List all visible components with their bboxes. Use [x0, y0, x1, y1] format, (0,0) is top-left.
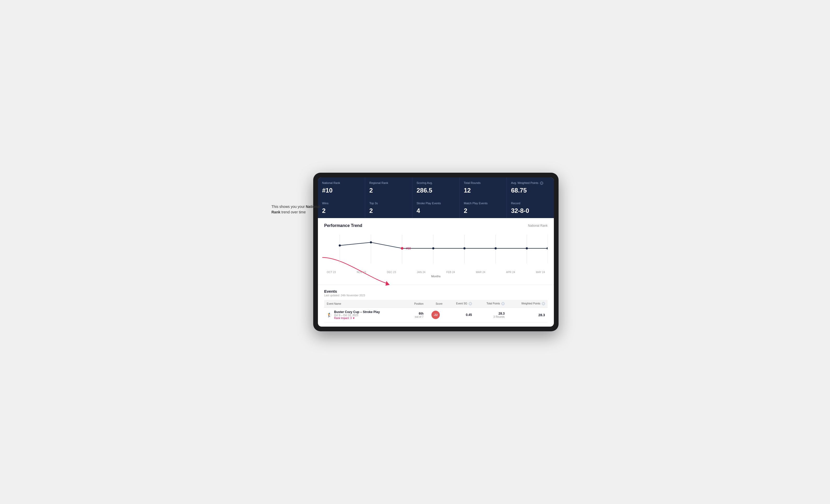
stat-wins-label: Wins — [322, 201, 361, 205]
stat-match-play-value: 2 — [464, 207, 503, 214]
event-position-cell: 6th out of 7 — [406, 308, 426, 323]
stat-avg-weighted-points-value: 68.75 — [511, 187, 550, 194]
events-section: Events Last updated: 24th November 2023 … — [318, 284, 554, 327]
event-weighted-points-cell: 28.3 — [507, 308, 548, 323]
svg-point-10 — [370, 241, 372, 243]
performance-section: Performance Trend National Rank — [318, 218, 554, 284]
event-golf-icon: 🏌 — [327, 312, 332, 317]
x-label-may24: MAY 24 — [536, 271, 545, 274]
event-total-points-value: 28.3 — [477, 312, 505, 315]
events-title: Events — [324, 289, 548, 294]
svg-point-13 — [464, 247, 466, 249]
table-row: 🏌 Buster Cozy Cup – Stroke Play Oct 9 – … — [324, 308, 548, 323]
annotation-text: This shows you your National Rank trend … — [272, 204, 324, 215]
info-icon-total-points[interactable]: ⓘ — [501, 302, 505, 305]
svg-point-12 — [432, 247, 434, 249]
stat-total-rounds-value: 12 — [464, 187, 503, 194]
event-position-sub: out of 7 — [409, 315, 424, 318]
info-icon-event-sg[interactable]: ⓘ — [469, 302, 472, 305]
stat-stroke-play-value: 4 — [417, 207, 455, 214]
chart-svg: #10 — [324, 232, 548, 269]
stat-top3s-value: 2 — [369, 207, 408, 214]
rank-impact: Rank Impact: 3 ▼ — [334, 317, 380, 320]
stats-row-1: National Rank #10 Regional Rank 2 Scorin… — [318, 177, 554, 198]
chart-months-label: Months — [324, 275, 548, 278]
stat-total-rounds: Total Rounds 12 — [459, 177, 507, 198]
stat-stroke-play: Stroke Play Events 4 — [412, 198, 459, 218]
stat-stroke-play-label: Stroke Play Events — [417, 201, 455, 205]
col-event-name: Event Name — [324, 300, 406, 308]
svg-point-11 — [401, 247, 404, 250]
event-total-points-cell: 28.3 3 Rounds — [475, 308, 507, 323]
col-weighted-points: Weighted Points ⓘ — [507, 300, 548, 308]
col-position: Position — [406, 300, 426, 308]
page-wrapper: This shows you your National Rank trend … — [272, 173, 558, 332]
event-rounds: 3 Rounds — [477, 315, 505, 318]
x-label-oct23: OCT 23 — [327, 271, 336, 274]
stat-regional-rank-value: 2 — [369, 187, 408, 194]
events-table: Event Name Position Score Event SG ⓘ Tot… — [324, 300, 548, 323]
stat-national-rank-value: #10 — [322, 187, 361, 194]
col-score: Score — [426, 300, 445, 308]
stat-avg-weighted-points-label: Avg. Weighted Points ⓘ — [511, 181, 550, 185]
info-icon-weighted-points[interactable]: ⓘ — [542, 302, 545, 305]
event-sg-cell: 0.45 — [445, 308, 475, 323]
stat-scoring-avg-label: Scoring Avg. — [417, 181, 455, 185]
stat-record: Record 32-8-0 — [507, 198, 554, 218]
event-score-cell: -22 — [426, 308, 445, 323]
x-label-jan24: JAN 24 — [417, 271, 425, 274]
stat-national-rank-label: National Rank — [322, 181, 361, 185]
stat-scoring-avg-value: 286.5 — [417, 187, 455, 194]
table-header-row: Event Name Position Score Event SG ⓘ Tot… — [324, 300, 548, 308]
stat-top3s-label: Top 3s — [369, 201, 408, 205]
x-label-dec23: DEC 23 — [387, 271, 396, 274]
svg-point-14 — [494, 247, 497, 249]
x-label-mar24: MAR 24 — [476, 271, 485, 274]
svg-point-15 — [526, 247, 528, 249]
stat-record-label: Record — [511, 201, 550, 205]
stat-regional-rank-label: Regional Rank — [369, 181, 408, 185]
event-name-cell: 🏌 Buster Cozy Cup – Stroke Play Oct 9 – … — [324, 308, 406, 323]
tablet-screen: National Rank #10 Regional Rank 2 Scorin… — [318, 177, 554, 327]
event-position: 6th — [409, 312, 424, 315]
chart-x-labels: OCT 23 NOV 23 DEC 23 JAN 24 FEB 24 MAR 2… — [324, 271, 548, 274]
stat-wins-value: 2 — [322, 207, 361, 214]
x-label-feb24: FEB 24 — [446, 271, 455, 274]
stat-match-play-label: Match Play Events — [464, 201, 503, 205]
stats-row-2: Wins 2 Top 3s 2 Stroke Play Events 4 Mat… — [318, 198, 554, 218]
event-date: Oct 9 – Oct 10, 2023 — [334, 314, 380, 317]
stat-match-play: Match Play Events 2 — [459, 198, 507, 218]
svg-text:#10: #10 — [406, 247, 411, 250]
info-icon-avg-weighted[interactable]: ⓘ — [540, 181, 543, 185]
x-label-apr24: APR 24 — [506, 271, 515, 274]
svg-point-9 — [339, 244, 341, 246]
performance-header: Performance Trend National Rank — [324, 223, 548, 228]
tablet-device: National Rank #10 Regional Rank 2 Scorin… — [313, 173, 558, 332]
stat-national-rank: National Rank #10 — [318, 177, 365, 198]
col-total-points: Total Points ⓘ — [475, 300, 507, 308]
performance-chart: #10 — [324, 232, 548, 269]
performance-title: Performance Trend — [324, 223, 362, 228]
event-score-badge: -22 — [432, 311, 440, 319]
col-event-sg: Event SG ⓘ — [445, 300, 475, 308]
stat-avg-weighted-points: Avg. Weighted Points ⓘ 68.75 — [507, 177, 554, 198]
rank-impact-arrow: ▼ — [352, 317, 355, 320]
svg-point-16 — [547, 247, 548, 249]
stat-regional-rank: Regional Rank 2 — [365, 177, 412, 198]
stat-record-value: 32-8-0 — [511, 207, 550, 214]
stat-wins: Wins 2 — [318, 198, 365, 218]
event-name: Buster Cozy Cup – Stroke Play — [334, 310, 380, 314]
stat-total-rounds-label: Total Rounds — [464, 181, 503, 185]
stat-top3s: Top 3s 2 — [365, 198, 412, 218]
events-last-updated: Last updated: 24th November 2023 — [324, 294, 548, 297]
stat-scoring-avg: Scoring Avg. 286.5 — [412, 177, 459, 198]
event-sg-value: 0.45 — [466, 313, 472, 317]
event-weighted-points-value: 28.3 — [539, 313, 545, 317]
performance-subtitle: National Rank — [528, 224, 548, 228]
rank-impact-label: Rank Impact: 3 — [334, 317, 352, 320]
x-label-nov23: NOV 23 — [357, 271, 366, 274]
